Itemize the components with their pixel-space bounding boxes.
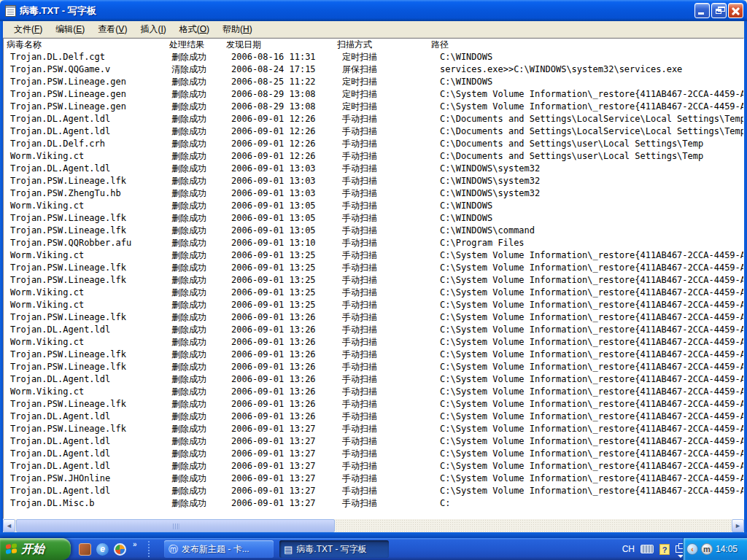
cell-scan-method: 手动扫描 (342, 435, 377, 448)
cell-scan-method: 手动扫描 (342, 200, 377, 212)
table-row: Worm.Viking.ct 删除成功 2006-09-01 13:25 手动扫… (4, 249, 743, 262)
cell-scan-method: 手动扫描 (342, 411, 377, 423)
chevron-more-icon[interactable]: » (133, 538, 137, 548)
cell-scan-method: 定时扫描 (342, 76, 377, 88)
cell-result: 删除成功 (171, 472, 206, 485)
table-row: Worm.Viking.ct 删除成功 2006-09-01 13:05 手动扫… (4, 200, 743, 212)
menu-item[interactable]: 编辑(E) (49, 22, 91, 37)
task-label: 病毒.TXT - 写字板 (296, 543, 366, 556)
cell-path: C:\WINDOWS\system32 (440, 187, 540, 200)
cell-found-date: 2006-09-01 13:05 (231, 200, 316, 212)
cell-found-date: 2006-09-01 13:27 (231, 485, 316, 497)
cell-result: 删除成功 (171, 311, 206, 324)
cell-scan-method: 手动扫描 (342, 361, 377, 373)
cell-found-date: 2006-09-01 13:05 (231, 212, 316, 225)
taskbar-task[interactable]: ⓜ 发布新主题 - 卡... (164, 540, 274, 558)
cell-scan-method: 定时扫描 (342, 101, 377, 113)
cell-path: C:\System Volume Information\_restore{41… (440, 435, 744, 448)
table-header-row: 病毒名称 处理结果 发现日期 扫描方式 路径 (4, 39, 743, 51)
restore-button[interactable] (711, 3, 727, 18)
window-border-left (0, 21, 3, 538)
cell-virus-name: Trojan.PSW.Lineage.lfk (10, 349, 126, 361)
table-row: Trojan.PSW.JHOnline 删除成功 2006-09-01 13:2… (4, 472, 743, 485)
header-result: 处理结果 (169, 39, 204, 51)
cell-found-date: 2006-09-01 13:26 (231, 349, 316, 361)
table-row: Trojan.PSW.Lineage.lfk 删除成功 2006-09-01 1… (4, 398, 743, 411)
cell-path: C:\Program Files (440, 237, 525, 249)
cell-virus-name: Trojan.DL.Agent.ldl (10, 125, 110, 138)
header-path: 路径 (431, 39, 449, 51)
cell-virus-name: Trojan.PSW.ZhengTu.hb (10, 187, 121, 200)
cell-result: 删除成功 (171, 101, 206, 113)
cell-found-date: 2006-09-01 13:03 (231, 175, 316, 187)
cell-result: 删除成功 (171, 497, 206, 510)
cell-scan-method: 手动扫描 (342, 448, 377, 460)
scroll-right-button[interactable]: ► (732, 519, 744, 532)
cell-result: 清除成功 (171, 63, 206, 76)
close-button[interactable] (728, 3, 743, 18)
rollback-tray-icon[interactable]: ‹ (686, 543, 698, 555)
table-row: Trojan.DL.Agent.ldl 删除成功 2006-09-01 13:2… (4, 411, 743, 423)
cell-found-date: 2006-09-01 13:27 (231, 423, 316, 435)
cell-path: C:\Documents and Settings\LocalService\L… (440, 125, 744, 138)
cell-found-date: 2006-09-01 13:27 (231, 472, 316, 485)
cell-found-date: 2006-09-01 13:03 (231, 163, 316, 175)
scrollbar-thumb[interactable] (16, 519, 335, 532)
cell-scan-method: 手动扫描 (342, 237, 377, 249)
taskbar-task[interactable]: ▤ 病毒.TXT - 写字板 (279, 540, 389, 558)
cell-result: 删除成功 (171, 411, 206, 423)
cell-found-date: 2006-09-01 13:26 (231, 386, 316, 398)
wordpad-window: 病毒.TXT - 写字板 文件(F)编辑(E)查看(V)插入(I)格式(O)帮助… (0, 0, 747, 538)
cell-path: C:\WINDOWS\command (440, 225, 535, 237)
cell-path: C:\System Volume Information\_restore{41… (440, 287, 744, 299)
cell-found-date: 2006-08-16 11:31 (231, 51, 316, 63)
cell-result: 删除成功 (171, 448, 206, 460)
language-indicator[interactable]: CH (622, 544, 635, 554)
cell-path: C:\Documents and Settings\user\Local Set… (440, 138, 703, 150)
cell-scan-method: 手动扫描 (342, 138, 377, 150)
menu-item[interactable]: 查看(V) (91, 22, 133, 37)
cell-virus-name: Worm.Viking.ct (10, 299, 84, 311)
cell-found-date: 2006-08-25 11:22 (231, 76, 316, 88)
table-row: Trojan.PSW.QQGame.v 清除成功 2006-08-24 17:1… (4, 63, 743, 76)
cell-scan-method: 手动扫描 (342, 262, 377, 274)
table-row: Trojan.DL.Agent.ldl 删除成功 2006-09-01 13:0… (4, 163, 743, 175)
cell-result: 删除成功 (171, 175, 206, 187)
horizontal-scrollbar[interactable]: ◄ ► (3, 519, 744, 532)
internet-explorer-icon[interactable]: e (96, 543, 109, 556)
table-row: Worm.Viking.ct 删除成功 2006-09-01 13:25 手动扫… (4, 299, 743, 311)
cell-scan-method: 手动扫描 (342, 373, 377, 386)
menu-item[interactable]: 文件(F) (7, 22, 49, 37)
cell-path: C:\System Volume Information\_restore{41… (440, 411, 744, 423)
keyboard-icon[interactable] (640, 545, 654, 553)
menu-item[interactable]: 格式(O) (173, 22, 216, 37)
document-area[interactable]: 病毒名称 处理结果 发现日期 扫描方式 路径 Trojan.DL.Delf.cg… (3, 38, 744, 519)
launcher-icon[interactable] (79, 543, 91, 556)
cell-path: C:\WINDOWS\system32 (440, 175, 540, 187)
cell-result: 删除成功 (171, 163, 206, 175)
cell-result: 删除成功 (171, 485, 206, 497)
cell-found-date: 2006-09-01 13:25 (231, 287, 316, 299)
quick-launch: e » (79, 538, 150, 560)
menu-item[interactable]: 帮助(H) (216, 22, 259, 37)
cell-path: C:\WINDOWS (440, 200, 492, 212)
maxthon-tray-icon[interactable]: m (701, 543, 713, 555)
help-note-icon[interactable]: ? (659, 544, 670, 555)
header-virus-name: 病毒名称 (7, 39, 42, 51)
cell-virus-name: Trojan.PSW.Lineage.gen (10, 76, 126, 88)
cell-virus-name: Trojan.PSW.QQGame.v (10, 63, 110, 76)
cell-virus-name: Worm.Viking.ct (10, 249, 84, 262)
cell-virus-name: Trojan.PSW.JHOnline (10, 472, 110, 485)
cell-path: C:\System Volume Information\_restore{41… (440, 423, 744, 435)
cell-scan-method: 手动扫描 (342, 311, 377, 324)
cell-result: 删除成功 (171, 187, 206, 200)
minimize-button[interactable] (694, 3, 710, 18)
cell-scan-method: 手动扫描 (342, 349, 377, 361)
menu-item[interactable]: 插入(I) (133, 22, 172, 37)
clock: 14:05 (716, 544, 738, 554)
cell-found-date: 2006-09-01 13:26 (231, 324, 316, 336)
scroll-left-button[interactable]: ◄ (3, 519, 15, 532)
start-button[interactable]: 开始 (0, 538, 71, 560)
media-player-icon[interactable] (114, 543, 126, 556)
title-bar[interactable]: 病毒.TXT - 写字板 (0, 0, 747, 21)
